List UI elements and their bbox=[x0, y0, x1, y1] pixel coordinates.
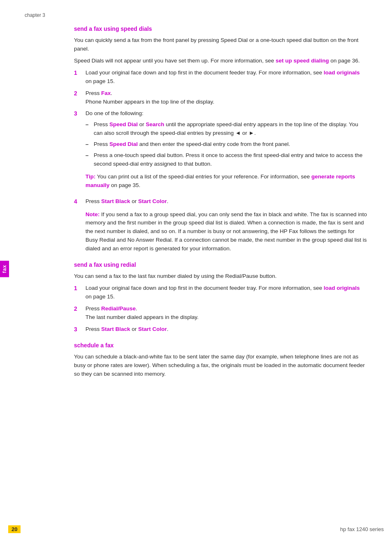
step4-startblack-link[interactable]: Start Black bbox=[101, 198, 130, 204]
tip-text-prefix: You can print out a list of the speed-di… bbox=[96, 173, 311, 180]
s2-step2-sub: The last number dialed appears in the di… bbox=[85, 314, 198, 320]
step1-content: Load your original face down and top fir… bbox=[85, 69, 367, 86]
step2-content: Press Fax. Phone Number appears in the t… bbox=[85, 89, 367, 106]
s2-step2-suffix: . bbox=[136, 305, 137, 312]
section1-intro2-prefix: Speed Dials will not appear until you ha… bbox=[74, 58, 276, 64]
step4-suffix: . bbox=[167, 198, 168, 204]
bullet-1: – Press Speed Dial or Search until the a… bbox=[85, 120, 367, 138]
section1-steps: 1 Load your original face down and top f… bbox=[74, 69, 367, 206]
section1-intro2: Speed Dials will not appear until you ha… bbox=[74, 57, 367, 65]
s2-step2-content: Press Redial/Pause. The last number dial… bbox=[85, 305, 367, 322]
page: chapter 3 send a fax using speed dials Y… bbox=[0, 0, 392, 543]
s2-redial-link[interactable]: Redial/Pause bbox=[101, 305, 136, 312]
s2-step-2: 2 Press Redial/Pause. The last number di… bbox=[74, 305, 367, 322]
tip-text-suffix: on page 35. bbox=[110, 182, 141, 188]
step4-content: Press Start Black or Start Color. bbox=[85, 197, 367, 206]
section1-title: send a fax using speed dials bbox=[74, 25, 367, 32]
step4-prefix: Press bbox=[85, 198, 101, 204]
step4-mid: or bbox=[130, 198, 138, 204]
s2-step-3: 3 Press Start Black or Start Color. bbox=[74, 325, 367, 334]
s2-step1-content: Load your original face down and top fir… bbox=[85, 284, 367, 301]
step2-num: 2 bbox=[74, 89, 85, 106]
step2-suffix: . bbox=[111, 90, 113, 96]
s2-step2-num: 2 bbox=[74, 305, 85, 322]
s2-step3-mid: or bbox=[130, 326, 138, 332]
bullet3-content: Press a one-touch speed dial button. Pre… bbox=[94, 151, 367, 169]
step3-num: 3 bbox=[74, 109, 85, 194]
step3-text: Do one of the following: bbox=[85, 110, 143, 116]
bullet3-text: Press a one-touch speed dial button. Pre… bbox=[94, 152, 362, 167]
bullet-3: – Press a one-touch speed dial button. P… bbox=[85, 151, 367, 169]
bullet2-prefix: Press bbox=[94, 141, 109, 147]
footer-brand: hp fax 1240 series bbox=[340, 526, 384, 532]
section2-title: send a fax using redial bbox=[74, 261, 367, 268]
s2-step1-prefix: Load your original face down and top fir… bbox=[85, 285, 324, 291]
section-speed-dials: send a fax using speed dials You can qui… bbox=[25, 25, 367, 253]
step2-prefix: Press bbox=[85, 90, 101, 96]
bullet3-dash: – bbox=[85, 151, 94, 169]
bullet-list: – Press Speed Dial or Search until the a… bbox=[85, 120, 367, 169]
step1-prefix: Load your original face down and top fir… bbox=[85, 69, 324, 76]
step1-suffix: on page 15. bbox=[85, 78, 115, 84]
tip-box: Tip: You can print out a list of the spe… bbox=[85, 173, 367, 190]
s2-step1-num: 1 bbox=[74, 284, 85, 301]
side-tab: fax bbox=[0, 261, 9, 277]
chapter-label: chapter 3 bbox=[25, 12, 367, 18]
section1-setup-link[interactable]: set up speed dialing bbox=[276, 58, 329, 64]
bullet2-content: Press Speed Dial and then enter the spee… bbox=[94, 140, 367, 149]
s2-step3-suffix: . bbox=[167, 326, 168, 332]
bullet1-mid1: or bbox=[138, 121, 146, 127]
s2-startblack-link[interactable]: Start Black bbox=[101, 326, 130, 332]
step-1: 1 Load your original face down and top f… bbox=[74, 69, 367, 86]
tip-label: Tip: bbox=[85, 173, 96, 180]
s2-step1-link[interactable]: load originals bbox=[324, 285, 360, 291]
s2-startcolor-link[interactable]: Start Color bbox=[138, 326, 167, 332]
step-2: 2 Press Fax. Phone Number appears in the… bbox=[74, 89, 367, 106]
step2-fax-link[interactable]: Fax bbox=[101, 90, 111, 96]
section1-intro1: You can quickly send a fax from the fron… bbox=[74, 36, 367, 53]
bullet2-suffix: and then enter the speed-dial entry code… bbox=[138, 141, 290, 147]
bullet1-search-link[interactable]: Search bbox=[146, 121, 164, 127]
step4-num: 4 bbox=[74, 197, 85, 206]
bullet1-speeddial-link[interactable]: Speed Dial bbox=[109, 121, 138, 127]
footer: 20 hp fax 1240 series bbox=[0, 525, 392, 533]
s2-step-1: 1 Load your original face down and top f… bbox=[74, 284, 367, 301]
section3-intro: You can schedule a black-and-white fax t… bbox=[74, 353, 367, 379]
step1-link[interactable]: load originals bbox=[324, 69, 360, 76]
note-text: If you send a fax to a group speed dial,… bbox=[85, 211, 367, 252]
s2-step3-prefix: Press bbox=[85, 326, 101, 332]
bullet2-dash: – bbox=[85, 140, 94, 149]
step-4: 4 Press Start Black or Start Color. bbox=[74, 197, 367, 206]
step2-sub: Phone Number appears in the top line of … bbox=[85, 99, 214, 105]
section2-intro: You can send a fax to the last fax numbe… bbox=[74, 272, 367, 281]
section1-intro2-suffix: on page 36. bbox=[329, 58, 360, 64]
bullet2-speeddial-link[interactable]: Speed Dial bbox=[109, 141, 138, 147]
section2-steps: 1 Load your original face down and top f… bbox=[74, 284, 367, 334]
section-schedule: schedule a fax You can schedule a black-… bbox=[25, 342, 367, 379]
s2-step2-prefix: Press bbox=[85, 305, 101, 312]
step1-num: 1 bbox=[74, 69, 85, 86]
s2-step3-num: 3 bbox=[74, 325, 85, 334]
s2-step3-content: Press Start Black or Start Color. bbox=[85, 325, 367, 334]
bullet1-prefix: Press bbox=[94, 121, 109, 127]
s2-step1-suffix: on page 15. bbox=[85, 293, 115, 300]
note-label: Note: bbox=[85, 211, 100, 217]
footer-page-number: 20 bbox=[8, 525, 21, 533]
bullet1-content: Press Speed Dial or Search until the app… bbox=[94, 120, 367, 138]
note-box: Note: If you send a fax to a group speed… bbox=[85, 210, 367, 254]
bullet-2: – Press Speed Dial and then enter the sp… bbox=[85, 140, 367, 149]
step3-content: Do one of the following: – Press Speed D… bbox=[85, 109, 367, 194]
section3-title: schedule a fax bbox=[74, 342, 367, 349]
step-3: 3 Do one of the following: – Press Speed… bbox=[74, 109, 367, 194]
section-redial: send a fax using redial You can send a f… bbox=[25, 261, 367, 334]
step4-startcolor-link[interactable]: Start Color bbox=[138, 198, 167, 204]
bullet1-dash: – bbox=[85, 120, 94, 138]
